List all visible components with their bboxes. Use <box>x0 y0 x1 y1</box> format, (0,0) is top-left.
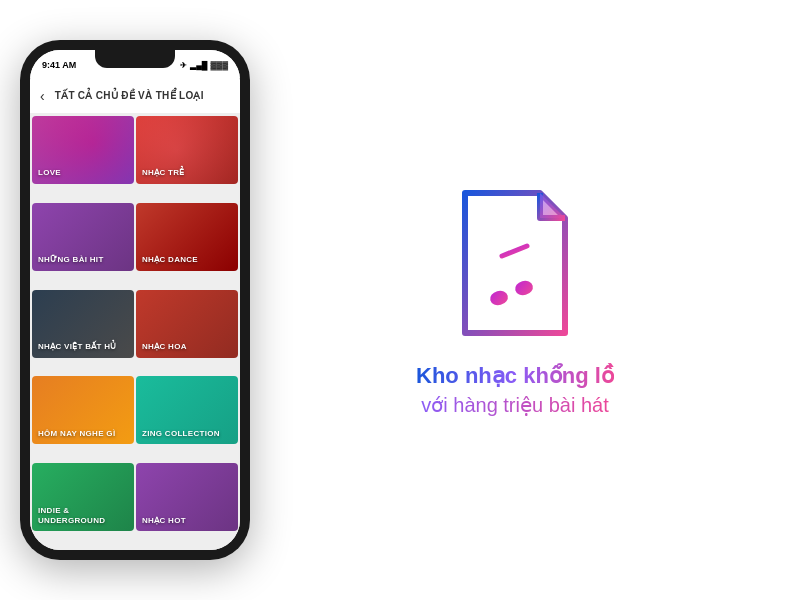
promo-text: Kho nhạc khổng lồ với hàng triệu bài hát <box>416 363 614 417</box>
right-panel: Kho nhạc khổng lồ với hàng triệu bài hát <box>250 163 780 437</box>
screen-header: ‹ TẤT CẢ CHỦ ĐỀ VÀ THỂ LOẠI <box>30 78 240 114</box>
grid-item-hit[interactable]: NHỮNG BÀI HIT <box>32 203 134 271</box>
wifi-icon: ▂▄█ <box>190 61 207 70</box>
category-label-indie: INDIE & UNDERGROUND <box>38 506 128 525</box>
grid-item-nhac-tre[interactable]: NHẠC TRẺ <box>136 116 238 184</box>
category-label-zing: ZING COLLECTION <box>142 429 220 439</box>
music-file-icon <box>450 183 580 343</box>
grid-item-indie[interactable]: INDIE & UNDERGROUND <box>32 463 134 531</box>
phone-screen: 9:41 AM ✈ ▂▄█ ▓▓▓ ‹ TẤT CẢ CHỦ ĐỀ VÀ THỂ… <box>30 50 240 550</box>
phone-notch <box>95 50 175 68</box>
svg-point-4 <box>513 279 534 297</box>
phone-mockup: 9:41 AM ✈ ▂▄█ ▓▓▓ ‹ TẤT CẢ CHỦ ĐỀ VÀ THỂ… <box>20 40 250 560</box>
category-label-hit: NHỮNG BÀI HIT <box>38 255 104 265</box>
grid-item-dance[interactable]: NHẠC DANCE <box>136 203 238 271</box>
status-time: 9:41 AM <box>42 60 76 70</box>
category-grid: LOVE NHẠC TRẺ NHỮNG BÀI HIT NHẠC DA <box>30 114 240 550</box>
svg-point-3 <box>488 289 509 307</box>
category-label-dance: NHẠC DANCE <box>142 255 198 265</box>
battery-icon: ▓▓▓ <box>211 61 229 70</box>
category-label-homnay: HÔM NAY NGHE GÌ <box>38 429 115 439</box>
airplane-icon: ✈ <box>180 61 187 70</box>
grid-item-homnay[interactable]: HÔM NAY NGHE GÌ <box>32 376 134 444</box>
promo-title-line1: Kho nhạc khổng lồ <box>416 363 614 388</box>
grid-item-zing[interactable]: ZING COLLECTION <box>136 376 238 444</box>
header-title: TẤT CẢ CHỦ ĐỀ VÀ THỂ LOẠI <box>55 90 204 101</box>
promo-title-line2: với hàng triệu bài hát <box>421 394 608 416</box>
category-label-viet: NHẠC VIỆT BẤT HỦ <box>38 342 117 352</box>
category-label-hoa: NHẠC HOA <box>142 342 187 352</box>
grid-item-love[interactable]: LOVE <box>32 116 134 184</box>
grid-item-viet[interactable]: NHẠC VIỆT BẤT HỦ <box>32 290 134 358</box>
app-container: 9:41 AM ✈ ▂▄█ ▓▓▓ ‹ TẤT CẢ CHỦ ĐỀ VÀ THỂ… <box>0 0 800 600</box>
grid-item-hoa[interactable]: NHẠC HOA <box>136 290 238 358</box>
status-icons: ✈ ▂▄█ ▓▓▓ <box>180 61 228 70</box>
category-label-nhac-tre: NHẠC TRẺ <box>142 168 185 178</box>
category-label-nhachot: NHẠC HOT <box>142 516 186 526</box>
svg-line-2 <box>502 246 527 256</box>
back-button[interactable]: ‹ <box>40 88 45 104</box>
category-label-love: LOVE <box>38 168 61 178</box>
grid-item-nhachot[interactable]: NHẠC HOT <box>136 463 238 531</box>
